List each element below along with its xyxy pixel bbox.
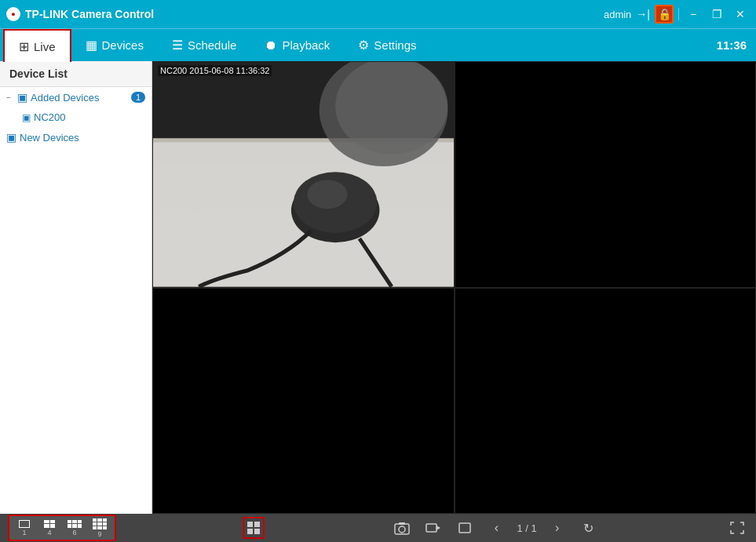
record-icon	[425, 521, 442, 535]
video-cell-1: NC200 2015-06-08 11:36:32	[152, 61, 455, 288]
minimize-button[interactable]: −	[684, 5, 703, 24]
playback-controls: ‹ 1 / 1 › ↻	[391, 517, 599, 539]
nav-items: ⊞ Live ▦ Devices ☰ Schedule ⏺ Playback ⚙…	[3, 29, 431, 61]
app-logo: ●	[6, 7, 20, 21]
tree-new-devices[interactable]: ▣ New Devices	[0, 127, 152, 147]
view-controls: 1 4 6	[8, 515, 116, 541]
playback-icon: ⏺	[265, 38, 277, 53]
title-bar-right: admin →| 🔒 − ❐ ✕	[604, 5, 750, 24]
login-icon: →|	[636, 8, 650, 20]
view-1-button[interactable]: 1	[13, 518, 36, 538]
video-area: NC200 2015-06-08 11:36:32	[152, 61, 756, 514]
fit-icon	[457, 521, 473, 535]
new-devices-icon: ▣	[6, 131, 16, 144]
schedule-icon: ☰	[172, 38, 183, 53]
active-view-grid-button[interactable]	[243, 517, 265, 539]
devices-icon: ▦	[86, 38, 97, 53]
nav-live-label: Live	[34, 40, 56, 53]
nav-bar: ⊞ Live ▦ Devices ☰ Schedule ⏺ Playback ⚙…	[0, 28, 756, 61]
fullscreen-button[interactable]	[726, 517, 748, 539]
svg-point-5	[307, 180, 347, 209]
nav-live[interactable]: ⊞ Live	[3, 29, 71, 62]
title-bar: ● TP-LINK Camera Control admin →| 🔒 − ❐ …	[0, 0, 756, 28]
view-6-button[interactable]: 6	[63, 518, 86, 538]
svg-rect-11	[399, 522, 405, 525]
snapshot-icon	[393, 521, 411, 535]
video-cell-4	[455, 288, 757, 515]
settings-icon: ⚙	[358, 38, 369, 53]
video-timestamp-1: NC200 2015-06-08 11:36:32	[158, 65, 272, 76]
svg-point-10	[399, 526, 405, 533]
snapshot-button[interactable]	[391, 517, 413, 539]
prev-button[interactable]: ‹	[485, 517, 507, 539]
lock-button[interactable]: 🔒	[655, 5, 674, 24]
nav-settings[interactable]: ⚙ Settings	[344, 29, 430, 61]
nav-schedule-label: Schedule	[188, 38, 237, 52]
next-button[interactable]: ›	[546, 517, 568, 539]
view-9-button[interactable]: 9	[88, 518, 111, 538]
added-devices-badge: 1	[131, 92, 145, 103]
refresh-icon: ↻	[583, 521, 593, 536]
view-6-label: 6	[72, 529, 76, 537]
svg-marker-13	[436, 526, 440, 530]
nav-playback-label: Playback	[282, 38, 330, 52]
svg-rect-12	[426, 524, 436, 532]
camera-feed-1	[153, 62, 454, 287]
title-bar-left: ● TP-LINK Camera Control	[6, 7, 154, 21]
nav-playback[interactable]: ⏺ Playback	[250, 29, 344, 61]
bottom-bar: 1 4 6	[0, 514, 756, 542]
restore-button[interactable]: ❐	[707, 5, 726, 24]
tree-added-devices[interactable]: − ▣ Added Devices 1	[0, 87, 152, 107]
svg-point-8	[335, 62, 447, 155]
record-button[interactable]	[422, 517, 444, 539]
view-9-label: 9	[97, 530, 101, 538]
fullscreen-icon	[729, 521, 745, 535]
added-devices-label: Added Devices	[31, 92, 128, 104]
next-icon: ›	[555, 521, 559, 535]
crop-button[interactable]	[454, 517, 476, 539]
prev-icon: ‹	[495, 521, 499, 535]
page-indicator: 1 / 1	[517, 522, 536, 534]
added-devices-icon: ▣	[17, 91, 27, 104]
video-cell-3	[152, 288, 455, 515]
user-label: admin	[604, 9, 631, 20]
tree-toggle-added: −	[6, 93, 14, 102]
main-layout: Device List − ▣ Added Devices 1 ▣ NC200 …	[0, 61, 756, 514]
refresh-button[interactable]: ↻	[578, 517, 600, 539]
live-icon: ⊞	[19, 39, 29, 54]
tree-nc200[interactable]: ▣ NC200	[0, 107, 152, 127]
app-title: TP-LINK Camera Control	[25, 8, 154, 20]
nav-time: 11:36	[717, 29, 753, 61]
sidebar-header: Device List	[0, 61, 152, 87]
separator	[678, 8, 679, 20]
nav-settings-label: Settings	[374, 38, 416, 52]
nav-devices[interactable]: ▦ Devices	[71, 29, 158, 61]
video-cell-2	[455, 61, 757, 288]
nav-devices-label: Devices	[102, 38, 144, 52]
view-4-button[interactable]: 4	[38, 518, 61, 538]
svg-rect-14	[459, 523, 470, 533]
view-1-label: 1	[22, 529, 26, 537]
sidebar: Device List − ▣ Added Devices 1 ▣ NC200 …	[0, 61, 152, 514]
nc200-label: NC200	[34, 111, 145, 123]
view-4-label: 4	[47, 529, 51, 537]
nav-schedule[interactable]: ☰ Schedule	[158, 29, 251, 61]
close-button[interactable]: ✕	[731, 5, 750, 24]
nc200-icon: ▣	[22, 112, 31, 123]
new-devices-label: New Devices	[20, 132, 145, 144]
